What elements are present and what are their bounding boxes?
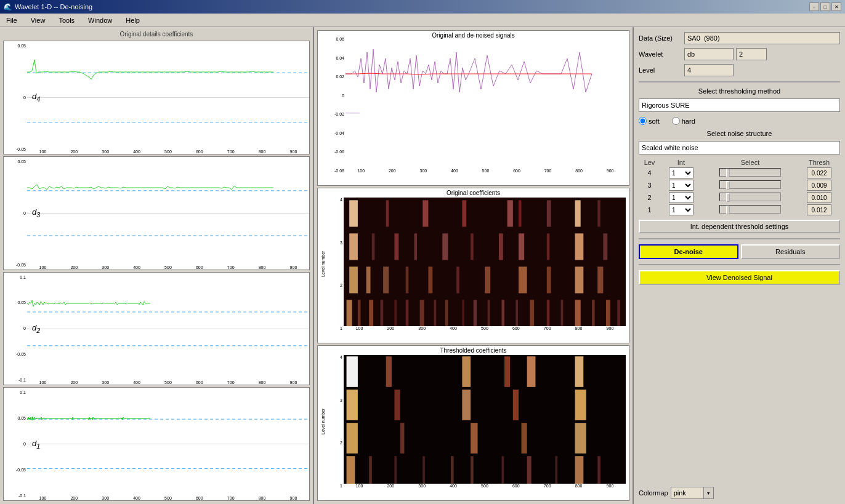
svg-rect-23: [519, 200, 522, 226]
svg-rect-87: [522, 423, 527, 454]
app-title: Wavelet 1-D -- De-noising: [15, 3, 92, 10]
thresh-method-label: Select thresholding method: [639, 87, 840, 95]
int-select-2[interactable]: 1: [669, 192, 693, 203]
svg-rect-69: [617, 300, 620, 326]
d4-label: d4: [32, 92, 40, 103]
noise-struct-dropdown[interactable]: Scaled white noise White noise Non-white…: [639, 141, 840, 154]
svg-rect-41: [406, 266, 409, 293]
svg-rect-20: [422, 200, 428, 226]
svg-rect-91: [369, 456, 372, 487]
svg-rect-82: [575, 390, 586, 420]
svg-rect-92: [394, 456, 397, 487]
thresh-slider-3[interactable]: [719, 180, 781, 189]
svg-rect-47: [575, 266, 584, 293]
residuals-button[interactable]: Residuals: [741, 244, 841, 259]
svg-rect-48: [597, 266, 603, 293]
menu-tools[interactable]: Tools: [55, 15, 78, 25]
svg-rect-33: [499, 233, 503, 260]
d4-svg: [27, 41, 309, 154]
svg-rect-68: [606, 300, 610, 326]
svg-rect-31: [442, 233, 448, 260]
int-select-4[interactable]: 1: [669, 167, 693, 178]
soft-radio[interactable]: [639, 117, 647, 125]
int-select-3[interactable]: 1: [669, 180, 693, 191]
thresh-coeff-chart: Thresholded coefficients Level number 4 …: [317, 345, 629, 501]
svg-rect-52: [381, 300, 384, 326]
colormap-select[interactable]: pink gray jet hot: [671, 487, 714, 499]
title-bar: 🌊 Wavelet 1-D -- De-noising − □ ✕: [0, 0, 845, 14]
wavelet-name-input[interactable]: [684, 48, 734, 60]
svg-rect-34: [519, 233, 524, 260]
orig-y-label: Level number: [319, 198, 326, 330]
signal-xaxis: 100200300400500600700800900: [346, 169, 626, 173]
svg-rect-65: [561, 300, 564, 326]
orig-coeff-title: Original coefficients: [318, 188, 629, 198]
svg-rect-37: [603, 233, 607, 260]
int-dep-button[interactable]: Int. dependent threshold settings: [639, 220, 840, 233]
svg-rect-79: [394, 390, 400, 420]
svg-rect-38: [349, 266, 358, 293]
wavelet-level-input[interactable]: [736, 48, 767, 60]
col-lev: Lev: [639, 158, 660, 167]
data-input[interactable]: [684, 32, 840, 44]
action-row: De-noise Residuals: [639, 244, 840, 259]
svg-rect-62: [515, 300, 518, 326]
svg-rect-75: [527, 356, 536, 387]
minimize-button[interactable]: −: [809, 2, 819, 11]
svg-rect-85: [400, 423, 405, 454]
maximize-button[interactable]: □: [820, 2, 830, 11]
thresh-slider-1[interactable]: [719, 205, 781, 214]
svg-rect-40: [383, 266, 389, 293]
thresh-val-2[interactable]: [807, 192, 831, 203]
d1-svg: [27, 388, 309, 500]
svg-rect-94: [451, 456, 454, 487]
int-select-1[interactable]: 1: [669, 204, 693, 215]
thresh-val-3[interactable]: [807, 180, 831, 191]
wavelet-row: Wavelet: [639, 48, 840, 60]
thresh-slider-4[interactable]: [719, 168, 781, 177]
orig-coeff-svg: [344, 198, 626, 330]
orig-coeff-xaxis: 100200300400500600700800900: [344, 326, 626, 330]
view-signal-button[interactable]: View Denoised Signal: [639, 270, 840, 285]
svg-rect-98: [556, 456, 558, 487]
menu-file[interactable]: File: [2, 15, 21, 25]
colormap-dropdown[interactable]: pink gray jet hot ▼: [671, 487, 714, 499]
menu-help[interactable]: Help: [122, 15, 144, 25]
svg-rect-26: [597, 200, 600, 226]
soft-label[interactable]: soft: [639, 117, 660, 125]
thresh-coeff-area: 100200300400500600700800900: [344, 355, 626, 488]
svg-rect-67: [592, 300, 595, 326]
left-panel: Original details coefficients 0.05 0 -0.…: [0, 27, 314, 504]
svg-rect-56: [434, 300, 437, 326]
hard-label[interactable]: hard: [672, 117, 695, 125]
denoise-button[interactable]: De-noise: [639, 244, 738, 259]
menu-bar: File View Tools Window Help: [0, 14, 845, 27]
thresh-slider-2[interactable]: [719, 193, 781, 201]
thresh-coeff-title: Thresholded coefficients: [318, 346, 629, 355]
d2-xaxis: 100200300400500600700800900: [27, 380, 309, 385]
svg-rect-36: [575, 233, 584, 260]
thresh-method-select[interactable]: Rigorous SURE Heuristic SURE Universal t…: [639, 98, 840, 112]
svg-rect-58: [462, 300, 464, 326]
hard-radio[interactable]: [672, 117, 680, 125]
d1-xaxis: 100200300400500600700800900: [27, 496, 309, 500]
menu-window[interactable]: Window: [84, 15, 116, 25]
thresh-val-1[interactable]: [807, 204, 831, 215]
d2-chart: 0.1 0.05 0 -0.05 -0.1 d2 100200300400500…: [3, 272, 310, 386]
colormap-row: Colormap pink gray jet hot ▼: [639, 487, 840, 499]
svg-rect-32: [471, 233, 474, 260]
svg-rect-29: [394, 233, 398, 260]
thresh-method-dropdown[interactable]: Rigorous SURE Heuristic SURE Universal t…: [639, 98, 840, 112]
svg-rect-95: [471, 456, 474, 487]
d4-chart: 0.05 0 -0.05 d4 100200300400500600700800…: [3, 41, 310, 154]
level-input[interactable]: [684, 64, 734, 76]
menu-view[interactable]: View: [27, 15, 49, 25]
table-row-4: 4 1: [639, 167, 840, 179]
thresh-val-4[interactable]: [807, 167, 831, 178]
svg-rect-64: [547, 300, 550, 326]
d1-y-axis: 0.1 0.05 0 -0.05 -0.1: [4, 388, 27, 500]
noise-struct-select[interactable]: Scaled white noise White noise Non-white…: [639, 141, 840, 154]
close-button[interactable]: ✕: [831, 2, 841, 11]
svg-rect-97: [527, 456, 532, 487]
thresh-coeff-svg: [344, 355, 626, 488]
